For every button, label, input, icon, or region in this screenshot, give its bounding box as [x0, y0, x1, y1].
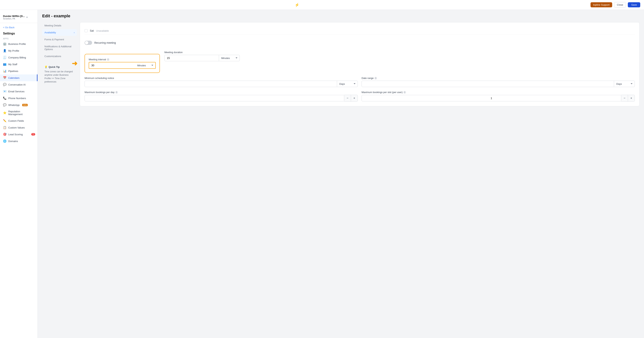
my-staff-icon: 👥: [3, 63, 6, 66]
topbar-center: ⚡: [295, 3, 300, 7]
max-bookings-day-input[interactable]: [84, 95, 344, 101]
info-icon: i: [107, 58, 110, 61]
close-button[interactable]: Close: [614, 2, 626, 8]
meeting-interval-label: Meeting interval i: [89, 58, 156, 61]
form-area: ➜ Meeting interval i Minutes Hours: [84, 51, 635, 73]
meeting-duration-label: Meeting duration: [164, 51, 240, 54]
sidebar-item-label-email-services: Email Services: [8, 90, 24, 93]
business-profile-icon: 🏢: [3, 42, 6, 46]
sidebar-item-lead-scoring[interactable]: 🎯Lead Scoring71: [0, 131, 38, 138]
sidebar-item-custom-fields[interactable]: ✏️Custom Fields: [0, 117, 38, 124]
max-bookings-day-increment[interactable]: +: [351, 95, 358, 102]
sat-checkbox[interactable]: [84, 29, 88, 32]
main-content: Edit - example Meeting DetailsAvailabili…: [38, 10, 644, 338]
left-nav-item-meeting-details[interactable]: Meeting Details: [42, 22, 77, 29]
sidebar-item-domains[interactable]: 🌐Domains: [0, 138, 38, 145]
min-scheduling-input[interactable]: [84, 81, 337, 87]
meeting-duration-input[interactable]: [164, 55, 219, 61]
my-profile-icon: 👤: [3, 49, 6, 52]
date-range-input-row: Days Weeks Months: [362, 81, 635, 87]
sidebar-item-whatsapp[interactable]: 💬WhatsAppbeta: [0, 102, 38, 108]
company-location: Scranton, PA: [3, 18, 25, 20]
sidebar-item-my-staff[interactable]: 👥My Staff: [0, 61, 38, 68]
quick-tip-text: Time zones can be changed anytime under …: [44, 70, 74, 84]
meeting-duration-input-row: Minutes Hours: [164, 55, 240, 61]
date-range-select[interactable]: Days Weeks Months: [614, 81, 635, 87]
left-nav-item-notifications[interactable]: Notifications & Additional Options: [42, 43, 77, 53]
sidebar-item-calendars[interactable]: 📅Calendars: [0, 74, 38, 81]
recurring-row: Recurring meeting: [84, 38, 635, 48]
chevron-right-icon: ›: [74, 31, 74, 34]
recurring-toggle[interactable]: [84, 41, 92, 45]
max-bookings-slot-stepper: − +: [362, 95, 635, 102]
conversation-ai-icon: 💬: [3, 83, 6, 86]
calendars-icon: 📅: [3, 76, 6, 80]
sidebar: Dunder Mifflin [D... Scranton, PA ▼ < Go…: [0, 10, 38, 338]
chevron-down-icon: ▼: [26, 16, 28, 19]
whatsapp-icon: 💬: [3, 103, 6, 107]
sidebar-logo: Dunder Mifflin [D... Scranton, PA ▼: [0, 13, 38, 23]
sidebar-item-phone-numbers[interactable]: 📞Phone Numbers: [0, 95, 38, 102]
support-button[interactable]: topline Support: [590, 2, 612, 7]
sidebar-item-label-conversation-ai: Conversation AI: [8, 83, 26, 86]
date-range-info-icon: i: [374, 77, 377, 80]
sidebar-item-label-reputation-management: Reputation Management: [8, 110, 34, 116]
company-name: Dunder Mifflin [D...: [3, 15, 25, 18]
sidebar-item-custom-values[interactable]: 📋Custom Values: [0, 124, 38, 131]
left-nav-item-availability[interactable]: Availability›: [42, 29, 77, 36]
meeting-interval-box: ➜ Meeting interval i Minutes Hours: [84, 54, 160, 73]
max-bookings-day-group: Maximum bookings per day i − +: [84, 91, 358, 102]
meeting-duration-select[interactable]: Minutes Hours: [219, 55, 240, 61]
sidebar-item-reputation-management[interactable]: ⭐Reputation Management: [0, 108, 38, 117]
pipelines-icon: 📊: [3, 69, 6, 73]
notification-badge: 71: [31, 133, 35, 136]
sidebar-item-label-lead-scoring: Lead Scoring: [8, 133, 23, 136]
sidebar-item-company-billing[interactable]: 🧾Company Billing: [0, 54, 38, 61]
max-bookings-slot-input[interactable]: [362, 95, 621, 101]
company-billing-icon: 🧾: [3, 56, 6, 59]
sidebar-item-email-services[interactable]: 📧Email Services: [0, 88, 38, 95]
meeting-interval-input[interactable]: [89, 62, 135, 69]
max-bookings-slot-increment[interactable]: +: [628, 95, 635, 102]
recurring-label: Recurring meeting: [94, 41, 116, 44]
toggle-knob: [85, 41, 88, 45]
left-nav-item-customizations[interactable]: Customizations: [42, 53, 77, 60]
sidebar-item-label-my-staff: My Staff: [8, 63, 17, 66]
max-bookings-day-decrement[interactable]: −: [344, 95, 351, 102]
max-bookings-day-info-icon: i: [115, 91, 118, 94]
custom-fields-icon: ✏️: [3, 119, 6, 122]
sidebar-item-pipelines[interactable]: 📊Pipelines: [0, 68, 38, 74]
date-range-group: Date range i Days Weeks Months: [362, 77, 635, 87]
go-back-link[interactable]: < Go Back: [0, 25, 38, 30]
sidebar-item-label-company-billing: Company Billing: [8, 56, 26, 59]
topbar: ⚡ topline Support Close Save: [0, 0, 644, 10]
sidebar-item-label-business-profile: Business Profile: [8, 43, 26, 45]
date-range-input[interactable]: [362, 81, 614, 87]
sidebar-item-my-profile[interactable]: 👤My Profile: [0, 47, 38, 54]
sat-row: Sat Unavailable: [84, 27, 635, 35]
max-bookings-slot-group: Maximum bookings per slot (per user) i −…: [362, 91, 635, 102]
save-button[interactable]: Save: [628, 2, 640, 7]
meeting-interval-select[interactable]: Minutes Hours: [135, 62, 156, 69]
quick-tip-header: 💡 Quick Tip: [44, 66, 74, 68]
lightbulb-icon: 💡: [44, 66, 48, 68]
page-title: Edit - example: [42, 14, 640, 19]
max-bookings-day-stepper: − +: [84, 95, 358, 102]
custom-values-icon: 📋: [3, 126, 6, 129]
second-form-row: Minimum scheduling notice Days Hours Min…: [84, 77, 635, 87]
sidebar-item-label-my-profile: My Profile: [8, 49, 19, 52]
third-form-row: Maximum bookings per day i − + Maximum b…: [84, 91, 635, 102]
max-bookings-slot-decrement[interactable]: −: [621, 95, 628, 102]
sidebar-item-label-calendars: Calendars: [8, 77, 20, 79]
quick-tip-title: Quick Tip: [48, 66, 60, 68]
min-scheduling-select[interactable]: Days Hours Minutes: [337, 81, 358, 87]
left-nav-list: Meeting DetailsAvailability›Forms & Paym…: [42, 22, 77, 60]
sidebar-item-business-profile[interactable]: 🏢Business Profile: [0, 41, 38, 47]
settings-title: Settings: [0, 30, 38, 36]
arrow-indicator: ➜: [72, 60, 78, 68]
domains-icon: 🌐: [3, 139, 6, 143]
max-bookings-day-label: Maximum bookings per day i: [84, 91, 358, 94]
left-nav-item-forms-payment[interactable]: Forms & Payment: [42, 36, 77, 43]
lead-scoring-icon: 🎯: [3, 133, 6, 136]
sidebar-item-conversation-ai[interactable]: 💬Conversation AI: [0, 81, 38, 88]
